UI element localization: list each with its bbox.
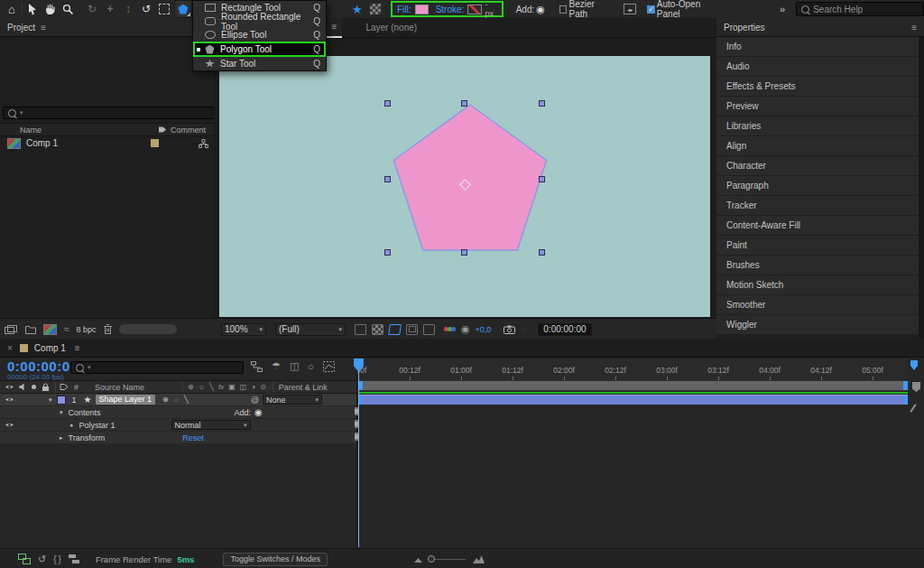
view-layout-icon[interactable] [423, 324, 435, 335]
layer-duration-bar[interactable] [358, 395, 908, 405]
bit-depth-value[interactable]: 8 bpc [77, 325, 97, 334]
contents-add-icon[interactable]: ◉ [254, 407, 263, 417]
properties-item-preview[interactable]: Preview [716, 97, 919, 116]
zoom-tool-icon[interactable] [60, 1, 77, 17]
timeline-zoom-slider-track[interactable] [435, 559, 466, 560]
bezier-path-checkbox[interactable] [559, 5, 568, 14]
selection-handle-top-right[interactable] [539, 100, 545, 107]
trash-icon[interactable] [104, 324, 112, 334]
layer-video-eye-icon[interactable] [5, 396, 14, 404]
audio-column-icon[interactable] [19, 383, 26, 391]
dolly-camera-tool-icon[interactable]: ↕ [120, 1, 136, 17]
composition-tab-menu-icon[interactable]: ≡ [332, 22, 337, 32]
refresh-icon[interactable]: ↺ [38, 554, 46, 565]
comp-canvas[interactable] [219, 56, 710, 317]
layer-row-shape-layer-1[interactable]: ▾ 1 ★ Shape Layer 1 ⊕ ☼ ╲ @ None▾ [0, 394, 356, 405]
menu-item-ellipse[interactable]: Ellipse ToolQ [193, 28, 326, 42]
fill-label[interactable]: Fill: [397, 5, 411, 14]
parent-dropdown[interactable]: None▾ [263, 395, 322, 405]
toolbar-overflow-chevron[interactable]: » [780, 4, 785, 14]
orbit-camera-tool-icon[interactable]: ↻ [84, 1, 100, 17]
properties-item-audio[interactable]: Audio [716, 57, 919, 76]
polystar-eye-icon[interactable] [5, 421, 14, 429]
hand-tool-icon[interactable] [42, 1, 59, 17]
search-help-input[interactable]: Search Help [796, 2, 924, 16]
exposure-offset-value[interactable]: +0,0 [476, 325, 492, 334]
resolution-dropdown[interactable]: (Full)▾ [275, 323, 346, 336]
toggle-switches-modes-button[interactable]: Toggle Switches / Modes [223, 553, 328, 566]
properties-item-brushes[interactable]: Brushes [716, 256, 919, 275]
snapshot-icon[interactable] [504, 325, 515, 334]
zoom-out-mountain-icon[interactable] [414, 556, 422, 563]
transform-label[interactable]: Transform [69, 433, 106, 442]
exposure-icon[interactable]: ◉ [461, 323, 470, 335]
blend-mode-dropdown[interactable]: Normal▾ [171, 420, 251, 430]
contents-label[interactable]: Contents [69, 408, 101, 417]
comp-marker-bin-icon[interactable] [910, 360, 918, 370]
project-column-comment[interactable]: Comment [171, 126, 214, 135]
shape-tool-button[interactable] [174, 0, 192, 18]
fill-swatch[interactable] [415, 5, 429, 14]
transform-expand-chevron[interactable]: ▸ [60, 434, 63, 442]
properties-item-smoother[interactable]: Smoother [716, 295, 919, 314]
properties-item-tracker[interactable]: Tracker [716, 196, 919, 215]
new-folder-icon[interactable] [25, 325, 36, 334]
viewer-timecode[interactable]: 0:00:00:00 [538, 323, 592, 336]
source-name-column-label[interactable]: Source Name [95, 383, 144, 392]
project-footer-scrollbar[interactable] [119, 324, 177, 334]
polystar-label[interactable]: Polystar 1 [79, 421, 116, 430]
layer-name[interactable]: Shape Layer 1 [96, 395, 156, 405]
transform-reset-link[interactable]: Reset [182, 433, 204, 442]
properties-item-paint[interactable]: Paint [716, 236, 919, 255]
work-area-end-handle[interactable] [903, 381, 908, 390]
properties-scrollbar-track[interactable] [919, 37, 924, 339]
stroke-label[interactable]: Stroke: [436, 5, 465, 14]
rotate-tool-icon[interactable]: ↺ [138, 1, 154, 17]
properties-menu-icon[interactable]: ≡ [911, 23, 917, 33]
composition-flowchart-icon[interactable] [251, 361, 263, 372]
zoom-in-mountain-icon[interactable] [473, 555, 485, 563]
current-timecode[interactable]: 0:00:00:00 [7, 358, 78, 374]
playhead-line[interactable] [358, 358, 359, 547]
render-network-icon[interactable] [18, 554, 31, 564]
properties-item-wiggler[interactable]: Wiggler [716, 315, 919, 334]
graph-editor-icon[interactable] [323, 361, 335, 372]
add-shape-icon[interactable]: ◉ [536, 4, 545, 15]
video-column-icon[interactable] [5, 383, 14, 391]
properties-item-info[interactable]: Info [716, 37, 919, 56]
layer-tab[interactable]: Layer (none) [365, 23, 417, 33]
selection-handle-bottom-right[interactable] [539, 249, 545, 256]
index-column-label[interactable]: # [74, 383, 79, 392]
new-composition-icon[interactable] [43, 324, 57, 335]
channel-icon[interactable] [444, 327, 456, 331]
properties-item-paragraph[interactable]: Paragraph [716, 176, 919, 195]
parent-link-column-label[interactable]: Parent & Link [279, 383, 328, 392]
properties-item-effects-presets[interactable]: Effects & Presets [716, 77, 919, 96]
tool-creates-mask-icon[interactable] [367, 1, 383, 17]
properties-item-libraries[interactable]: Libraries [716, 116, 919, 135]
draft-3d-icon[interactable]: ☂ [272, 360, 281, 372]
polystar-expand-chevron[interactable]: ▸ [70, 422, 74, 429]
pan-camera-tool-icon[interactable]: + [102, 1, 118, 17]
pentagon-shape[interactable] [393, 105, 546, 250]
comp-label-swatch[interactable] [151, 139, 159, 147]
polystar-row[interactable]: ▸ Polystar 1 Normal▾ [0, 419, 356, 431]
show-snapshot-icon[interactable]: ◌ [521, 324, 527, 335]
properties-item-character[interactable]: Character [716, 156, 919, 175]
panel-toggle-icon[interactable]: ◂▸ [622, 1, 638, 17]
tool-creates-shape-icon[interactable]: ★ [349, 1, 365, 17]
properties-item-content-aware-fill[interactable]: Content-Aware Fill [716, 216, 919, 235]
transform-row[interactable]: ▸ Transform Reset [0, 432, 356, 443]
label-column-icon[interactable] [60, 383, 69, 391]
selection-tool-icon[interactable] [24, 1, 41, 17]
solo-column-icon[interactable] [32, 385, 36, 389]
motion-blur-icon[interactable]: ○ [308, 361, 314, 372]
stroke-width-value[interactable]: - px [485, 0, 497, 18]
interpret-footage-icon[interactable] [5, 325, 18, 334]
time-ruler[interactable]: 0:00f00:12f01:00f01:12f02:00f02:12f03:00… [357, 358, 908, 381]
timeline-tab-menu-icon[interactable]: ≡ [75, 343, 80, 353]
selection-handle-middle-right[interactable] [539, 176, 545, 182]
selection-handle-top-center[interactable] [461, 100, 467, 107]
timeline-search-input[interactable]: ▾ [70, 361, 244, 374]
auto-open-panel-checkbox[interactable]: ✓ [647, 5, 655, 14]
